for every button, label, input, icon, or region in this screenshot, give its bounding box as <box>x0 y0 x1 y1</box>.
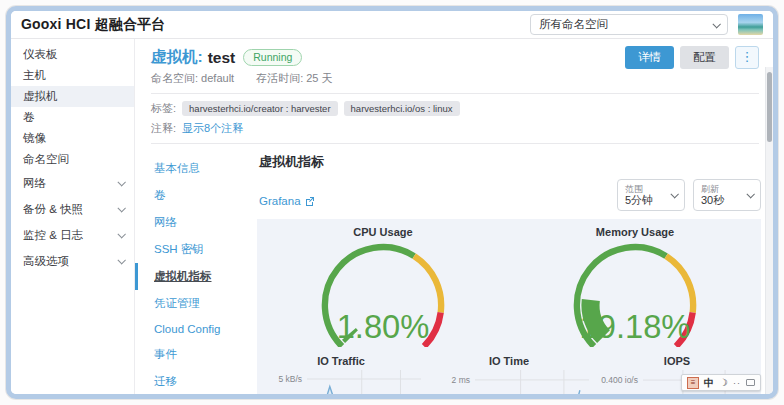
chevron-down-icon <box>712 20 720 28</box>
vm-tabs: 基本信息卷网络SSH 密钥虚拟机指标凭证管理Cloud Config事件迁移 <box>135 144 255 399</box>
show-annotations-link[interactable]: 显示8个注释 <box>182 121 243 136</box>
sidebar-item[interactable]: 监控 & 日志 <box>11 222 134 248</box>
namespace-filter-value: 所有命名空间 <box>539 17 608 32</box>
mini-chart: IO Time2 ms1.50 ms1 ms <box>425 355 593 399</box>
y-tick-label: 2 ms <box>452 375 470 385</box>
y-tick-label: 1.50 ms <box>440 394 470 399</box>
scrollbar-thumb[interactable] <box>767 72 772 142</box>
kebab-menu-button[interactable]: ⋮ <box>735 46 759 69</box>
tab-item[interactable]: 基本信息 <box>135 155 255 182</box>
status-badge: Running <box>243 49 302 66</box>
ime-more-icon[interactable]: ·· <box>733 378 741 388</box>
chevron-down-icon <box>117 230 125 238</box>
annotations-label: 注释: <box>151 121 176 136</box>
sidebar-item[interactable]: 仪表板 <box>11 44 134 65</box>
app-window: Gooxi HCI 超融合平台 所有命名空间 仪表板主机虚拟机卷镜像命名空间网络… <box>6 6 778 399</box>
gauges-row: CPU Usage1.80%Memory Usage19.18% <box>257 219 761 351</box>
sidebar-item-label: 监控 & 日志 <box>23 228 83 243</box>
labels-label: 标签: <box>151 101 176 116</box>
y-axis-labels: 5 kB/s4 kB/s3 kB/s <box>261 370 307 399</box>
gauge-chart: 19.18% <box>526 238 744 347</box>
gauge: Memory Usage19.18% <box>509 223 761 351</box>
line-chart-plot <box>307 370 421 399</box>
external-link-icon <box>305 196 315 206</box>
vm-name: test <box>208 49 236 67</box>
tab-item[interactable]: 卷 <box>135 182 255 209</box>
svg-text:1.80%: 1.80% <box>337 308 430 345</box>
sidebar-item[interactable]: 镜像 <box>11 128 134 149</box>
chevron-down-icon <box>746 190 754 198</box>
vm-kind-link[interactable]: 虚拟机: <box>151 47 203 68</box>
gauge-title: CPU Usage <box>257 226 509 238</box>
top-bar: Gooxi HCI 超融合平台 所有命名空间 <box>11 11 773 39</box>
range-select[interactable]: 范围 5分钟 <box>617 179 685 211</box>
refresh-select[interactable]: 刷新 30秒 <box>693 179 761 211</box>
app-title: Gooxi HCI 超融合平台 <box>21 16 166 34</box>
metrics-panel: CPU Usage1.80%Memory Usage19.18% IO Traf… <box>257 219 761 399</box>
ime-keyboard-icon[interactable] <box>746 379 755 386</box>
gauge-title: Memory Usage <box>509 226 761 238</box>
user-avatar[interactable] <box>738 14 763 35</box>
metrics-content: 虚拟机指标 Grafana 范围 5分钟 <box>255 144 773 399</box>
tab-item[interactable]: Cloud Config <box>135 317 255 341</box>
range-value: 5分钟 <box>625 194 671 206</box>
chart-title: IOPS <box>597 355 757 367</box>
refresh-label: 刷新 <box>701 184 747 194</box>
ime-language-mode-icon[interactable]: 中 <box>704 376 714 390</box>
y-axis-labels: 0.400 io/s0.300 io/s0.200 io/s <box>597 370 643 399</box>
metrics-title: 虚拟机指标 <box>259 153 761 171</box>
sidebar-item-label: 主机 <box>23 68 46 83</box>
label-chip: harvesterhci.io/os : linux <box>344 101 460 116</box>
sidebar-item[interactable]: 命名空间 <box>11 149 134 170</box>
chevron-down-icon <box>117 178 125 186</box>
sidebar-item-label: 高级选项 <box>23 254 69 269</box>
sidebar-item-label: 仪表板 <box>23 47 58 62</box>
mini-chart: IO Traffic5 kB/s4 kB/s3 kB/s <box>257 355 425 399</box>
sidebar-item[interactable]: 网络 <box>11 170 134 196</box>
sidebar-item[interactable]: 备份 & 快照 <box>11 196 134 222</box>
svg-text:19.18%: 19.18% <box>580 308 691 345</box>
divider <box>151 93 759 94</box>
ime-toolbar[interactable]: ≡ 中 ☽ ·· <box>681 374 761 391</box>
label-chip: harvesterhci.io/creator : harvester <box>182 101 338 116</box>
sidebar-item[interactable]: 高级选项 <box>11 248 134 274</box>
sidebar-item[interactable]: 虚拟机 <box>11 86 134 107</box>
detail-button[interactable]: 详情 <box>625 46 674 69</box>
refresh-value: 30秒 <box>701 194 747 206</box>
ime-logo-icon[interactable]: ≡ <box>687 377 699 389</box>
main-area: 虚拟机: test Running 详情 配置 ⋮ 命名空间: default … <box>135 39 773 394</box>
vm-header: 虚拟机: test Running 详情 配置 ⋮ 命名空间: default … <box>135 39 773 144</box>
sidebar-item-label: 镜像 <box>23 131 46 146</box>
vm-age: 存活时间: 25 天 <box>256 71 332 86</box>
y-axis-labels: 2 ms1.50 ms1 ms <box>429 370 475 399</box>
sidebar-item[interactable]: 主机 <box>11 65 134 86</box>
vm-namespace: 命名空间: default <box>151 71 234 86</box>
sidebar-item[interactable]: 卷 <box>11 107 134 128</box>
chevron-down-icon <box>117 204 125 212</box>
grafana-label: Grafana <box>259 195 301 207</box>
line-chart-plot <box>475 370 589 399</box>
tab-item[interactable]: 网络 <box>135 209 255 236</box>
sidebar-item-label: 虚拟机 <box>23 89 58 104</box>
chevron-down-icon <box>670 190 678 198</box>
sidebar-item-label: 备份 & 快照 <box>23 202 83 217</box>
tab-item[interactable]: 凭证管理 <box>135 290 255 317</box>
tab-item[interactable]: 虚拟机指标 <box>135 263 255 290</box>
grafana-link[interactable]: Grafana <box>259 195 315 207</box>
tab-item[interactable]: SSH 密钥 <box>135 236 255 263</box>
chart-title: IO Time <box>429 355 589 367</box>
config-button[interactable]: 配置 <box>680 46 729 69</box>
tab-item[interactable]: 迁移 <box>135 368 255 395</box>
namespace-filter-select[interactable]: 所有命名空间 <box>530 14 728 35</box>
y-tick-label: 0.400 io/s <box>601 375 638 385</box>
scrollbar-track[interactable] <box>765 67 773 394</box>
y-tick-label: 5 kB/s <box>278 374 302 384</box>
range-label: 范围 <box>625 184 671 194</box>
ime-fullhalf-moon-icon[interactable]: ☽ <box>719 377 728 388</box>
y-tick-label: 4 kB/s <box>278 394 302 399</box>
sidebar: 仪表板主机虚拟机卷镜像命名空间网络备份 & 快照监控 & 日志高级选项 <box>11 39 135 394</box>
chart-title: IO Traffic <box>261 355 421 367</box>
gauge: CPU Usage1.80% <box>257 223 509 351</box>
tab-item[interactable]: 事件 <box>135 341 255 368</box>
sidebar-item-label: 网络 <box>23 176 46 191</box>
